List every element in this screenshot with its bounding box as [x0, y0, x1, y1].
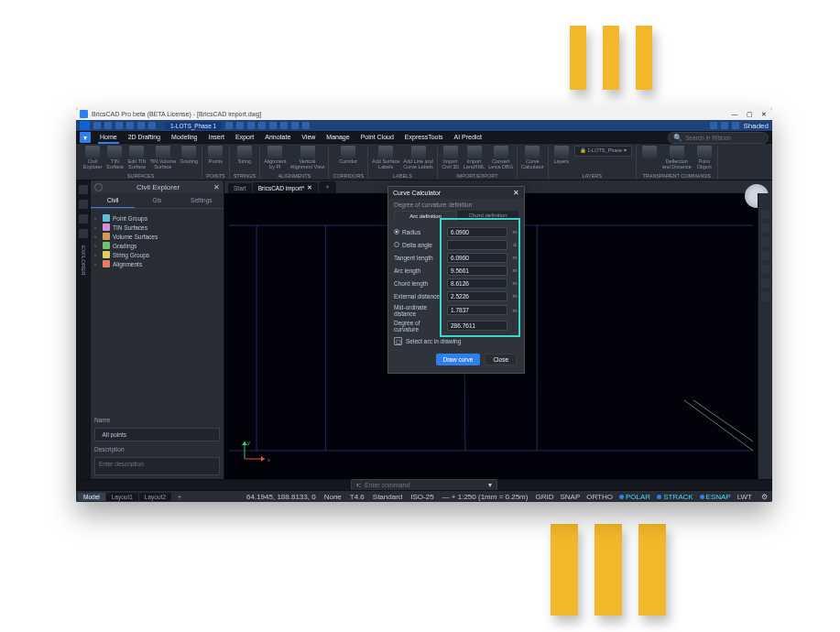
panel-info-icon[interactable]	[94, 183, 103, 191]
ribbon-button[interactable]: Import Civil 3D	[442, 146, 460, 169]
rail-item[interactable]	[79, 200, 88, 209]
rail-tool-icon[interactable]	[761, 278, 770, 288]
rail-tool-icon[interactable]	[761, 265, 770, 274]
dialog-tab-chord[interactable]: Chord definition	[457, 211, 518, 221]
app-menu-button[interactable]	[80, 121, 90, 130]
tree-item[interactable]: ›String Groups	[94, 250, 220, 259]
ribbon-button[interactable]: Grading	[180, 146, 198, 169]
close-icon[interactable]: ✕	[307, 184, 312, 191]
window-minimize-button[interactable]: —	[730, 110, 739, 119]
description-input[interactable]	[94, 457, 220, 475]
ribbon-button[interactable]: TIN Surface	[105, 146, 124, 169]
explorer-tab-gis[interactable]: Gis	[135, 193, 179, 208]
tab-2d-drafting[interactable]: 2D Drafting	[126, 132, 162, 144]
field-input[interactable]	[447, 278, 507, 289]
ribbon-button[interactable]: String	[235, 146, 254, 165]
panel-close-icon[interactable]: ✕	[213, 183, 220, 191]
viewport-mode-icon[interactable]	[710, 122, 717, 129]
viewport-mode-icon[interactable]	[721, 122, 728, 129]
ribbon-button[interactable]: Alignment by PI	[264, 146, 286, 169]
layout-tab[interactable]: Layout2	[139, 493, 171, 501]
tab-manage[interactable]: Manage	[324, 132, 351, 144]
ribbon-search-input[interactable]	[685, 135, 758, 141]
name-input[interactable]	[94, 428, 220, 441]
ribbon-button[interactable]: Add Surface Labels	[372, 146, 399, 169]
viewport[interactable]: Start BricsCAD import* ✕ ＋	[224, 180, 772, 479]
ribbon-button[interactable]: Corridor	[339, 146, 357, 165]
field-input[interactable]	[447, 240, 507, 250]
tree-item[interactable]: ›Point Groups	[94, 213, 220, 223]
explorer-tab-settings[interactable]: Settings	[180, 193, 224, 208]
tree-item[interactable]: ›Alignments	[94, 259, 220, 268]
doc-tab-add[interactable]: ＋	[319, 181, 336, 193]
tree-item[interactable]: ›Gradings	[94, 241, 220, 250]
rail-item[interactable]	[79, 185, 88, 194]
ribbon-button[interactable]: Civil Explorer	[83, 146, 102, 169]
tree-item[interactable]: ›Volume Surfaces	[94, 232, 220, 241]
ribbon-button[interactable]: Edit TIN Surface	[127, 146, 146, 169]
field-input[interactable]	[447, 305, 507, 315]
qat-icon[interactable]	[302, 122, 310, 129]
tab-express-tools[interactable]: ExpressTools	[403, 132, 445, 144]
rail-item[interactable]	[79, 229, 88, 238]
qat-new-icon[interactable]	[93, 122, 101, 129]
rail-tool-icon[interactable]	[761, 223, 770, 233]
dialog-close-icon[interactable]: ✕	[513, 189, 519, 197]
qat-print-icon[interactable]	[126, 122, 134, 129]
qat-icon[interactable]	[236, 122, 244, 129]
qat-file-tab[interactable]: 1-LOTS_Phase 1	[165, 122, 222, 130]
explorer-tab-civil[interactable]: Civil	[91, 193, 135, 208]
doc-tab-start[interactable]: Start	[228, 183, 252, 193]
qat-icon[interactable]	[269, 122, 277, 129]
rail-tool-icon[interactable]	[761, 237, 770, 246]
ribbon-button[interactable]: TIN Volume Surface	[149, 146, 176, 169]
ribbon-button[interactable]: Layers	[552, 146, 571, 165]
doc-tab-current[interactable]: BricsCAD import* ✕	[253, 182, 319, 193]
ribbon-button[interactable]: Convert Leica DBG	[488, 146, 513, 169]
tab-insert[interactable]: Insert	[207, 132, 227, 144]
qat-icon[interactable]	[247, 122, 255, 129]
ribbon-search[interactable]: 🔍	[668, 132, 769, 144]
close-button[interactable]: Close	[485, 354, 517, 365]
field-input[interactable]	[447, 321, 507, 331]
field-input[interactable]	[447, 266, 507, 276]
qat-icon[interactable]	[291, 122, 299, 129]
tree-item[interactable]: ›TIN Surfaces	[94, 223, 220, 232]
field-input[interactable]	[447, 291, 507, 301]
field-input[interactable]	[447, 253, 507, 263]
ribbon-button[interactable]	[640, 146, 659, 169]
layer-dropdown[interactable]: 🔒 1-LOTS_Phase ▾	[574, 146, 632, 165]
ribbon-button[interactable]: Curve Calculator	[521, 146, 544, 169]
rail-item[interactable]	[79, 214, 88, 223]
tab-home[interactable]: Home	[98, 132, 119, 144]
layout-tab[interactable]: Layout1	[106, 493, 138, 501]
qat-redo-icon[interactable]	[148, 122, 156, 129]
window-close-button[interactable]: ✕	[759, 110, 769, 119]
rail-tool-icon[interactable]	[761, 251, 770, 260]
add-layout-button[interactable]: ＋	[172, 492, 187, 502]
tab-point-cloud[interactable]: Point Cloud	[359, 132, 396, 144]
ribbon-button[interactable]: Point Object	[695, 146, 714, 169]
tab-annotate[interactable]: Annotate	[263, 132, 292, 144]
app-start-button[interactable]: ▾	[80, 132, 91, 143]
tab-ai-predict[interactable]: AI Predict	[452, 132, 483, 144]
qat-undo-icon[interactable]	[137, 122, 145, 129]
tab-view[interactable]: View	[300, 132, 317, 144]
ribbon-button[interactable]: Vertical Alignment View	[290, 146, 325, 169]
window-maximize-button[interactable]: ▢	[745, 110, 754, 119]
radio-button[interactable]	[394, 242, 399, 247]
ribbon-button[interactable]: Points	[206, 146, 224, 165]
qat-open-icon[interactable]	[104, 122, 112, 129]
pick-icon[interactable]: ◻	[394, 337, 402, 345]
field-input[interactable]	[447, 227, 507, 237]
radio-button[interactable]	[394, 229, 399, 234]
ribbon-button[interactable]: Import LandXML	[464, 146, 485, 169]
layout-tab-model[interactable]: Model	[78, 493, 105, 501]
qat-icon[interactable]	[258, 122, 266, 129]
qat-icon[interactable]	[280, 122, 288, 129]
viewport-mode-icon[interactable]	[732, 122, 739, 129]
ribbon-button[interactable]: Deflection and Distance	[662, 146, 692, 169]
rail-tool-icon[interactable]	[761, 292, 770, 301]
qat-icon[interactable]	[225, 122, 233, 129]
gear-icon[interactable]: ⚙	[758, 492, 770, 502]
